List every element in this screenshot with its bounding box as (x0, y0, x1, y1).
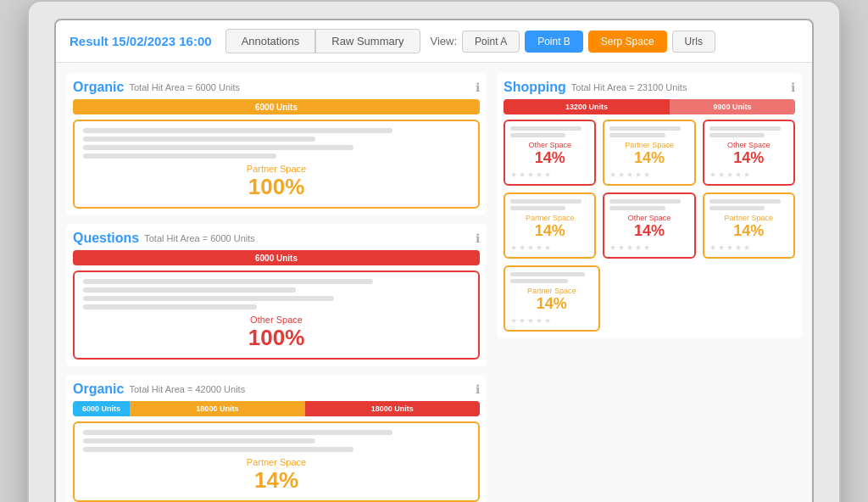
line (83, 137, 315, 142)
shop-card-2-percent: 14% (609, 149, 688, 167)
organic1-info-icon: ℹ (476, 81, 480, 94)
view-serp-space[interactable]: Serp Space (588, 31, 667, 53)
line (83, 279, 373, 284)
organic2-info-icon: ℹ (476, 382, 480, 396)
organic1-subtitle: Total Hit Area = 6000 Units (129, 82, 240, 92)
line (709, 126, 781, 131)
right-column: Shopping Total Hit Area = 23100 Units ℹ … (497, 73, 802, 502)
organic2-card-lines (83, 430, 470, 452)
shop-card-4-lines (510, 199, 589, 210)
header: Result 15/02/2023 16:00 Annotations Raw … (56, 20, 812, 63)
line (609, 126, 681, 131)
main-content: Organic Total Hit Area = 6000 Units ℹ 60… (56, 63, 812, 502)
line (709, 133, 765, 137)
shop-card-4-percent: 14% (510, 222, 589, 240)
organic1-card-label: Partner Space (83, 164, 470, 174)
organic-section-2: Organic Total Hit Area = 42000 Units ℹ 6… (66, 375, 487, 502)
line (510, 206, 565, 210)
shop-card-6-label: Partner Space (709, 214, 788, 222)
line (83, 153, 276, 159)
line (83, 287, 296, 293)
line (510, 272, 585, 276)
shop-card-6: Partner Space 14% ★ ★ ★ ★ ★ (703, 192, 795, 259)
shopping-bar-seg2: 9900 Units (670, 99, 795, 114)
shop-bottom-label: Partner Space (510, 287, 593, 295)
shop-card-6-stars: ★ ★ ★ ★ ★ (709, 243, 788, 252)
questions-info-icon: ℹ (476, 231, 480, 245)
organic2-subtitle: Total Hit Area = 42000 Units (129, 384, 245, 394)
line (510, 126, 581, 131)
line (609, 133, 665, 137)
shop-card-2-stars: ★ ★ ★ ★ ★ (609, 170, 688, 179)
line (83, 430, 392, 435)
view-group: View: Point A Point B Serp Space Urls (431, 31, 715, 53)
shopping-bottom-single: Partner Space 14% ★ ★ ★ ★ ★ (504, 265, 600, 332)
organic2-title: Organic (73, 382, 124, 397)
line (609, 199, 681, 204)
line (83, 447, 353, 452)
shop-card-5-label: Other Space (609, 214, 688, 222)
shop-card-5: Other Space 14% ★ ★ ★ ★ ★ (603, 192, 695, 259)
view-point-a[interactable]: Point A (462, 31, 520, 53)
line (609, 206, 665, 210)
shop-card-bottom: Partner Space 14% ★ ★ ★ ★ ★ (504, 265, 600, 332)
organic2-card-label: Partner Space (83, 457, 470, 467)
shopping-bar-seg1: 13200 Units (504, 99, 670, 114)
shop-card-3-stars: ★ ★ ★ ★ ★ (709, 170, 788, 179)
line (83, 304, 257, 310)
shop-bottom-percent: 14% (510, 295, 593, 313)
questions-section: Questions Total Hit Area = 6000 Units ℹ … (66, 224, 487, 366)
organic2-bar-seg2: 18000 Units (130, 401, 304, 416)
line (510, 133, 565, 137)
tab-raw-summary[interactable]: Raw Summary (315, 29, 420, 53)
line (83, 128, 392, 133)
questions-bar: 6000 Units (73, 250, 480, 265)
organic2-bar: 6000 Units 18000 Units 18000 Units (73, 401, 480, 416)
organic2-card-percent: 14% (83, 467, 470, 494)
shop-card-3-label: Other Space (709, 141, 788, 149)
shop-card-4-label: Partner Space (510, 214, 589, 222)
shopping-bar: 13200 Units 9900 Units (504, 99, 795, 114)
shop-card-1-percent: 14% (510, 149, 589, 167)
shop-card-2-lines (609, 126, 688, 137)
questions-card-lines (83, 279, 470, 310)
shopping-info-icon: ℹ (791, 81, 795, 94)
shopping-section: Shopping Total Hit Area = 23100 Units ℹ … (497, 73, 802, 338)
organic1-title: Organic (73, 80, 124, 95)
shop-card-3: Other Space 14% ★ ★ ★ ★ ★ (703, 120, 795, 186)
organic2-bar-seg3: 18000 Units (305, 401, 480, 416)
shop-card-1-stars: ★ ★ ★ ★ ★ (510, 170, 589, 179)
organic1-bar-segment: 6000 Units (73, 99, 480, 114)
organic2-header: Organic Total Hit Area = 42000 Units ℹ (73, 382, 480, 397)
organic1-card-percent: 100% (83, 174, 470, 200)
questions-card-percent: 100% (83, 325, 470, 351)
view-urls[interactable]: Urls (672, 31, 715, 53)
shop-card-5-lines (609, 199, 688, 210)
organic2-card: Partner Space 14% (73, 421, 480, 502)
shop-card-3-lines (709, 126, 788, 137)
organic1-bar: 6000 Units (73, 99, 480, 114)
shopping-grid-row2: Partner Space 14% ★ ★ ★ ★ ★ (504, 192, 795, 259)
screen: Result 15/02/2023 16:00 Annotations Raw … (54, 19, 814, 502)
shop-card-2-label: Partner Space (609, 141, 688, 149)
questions-title: Questions (73, 231, 139, 246)
shop-card-4: Partner Space 14% ★ ★ ★ ★ ★ (504, 192, 596, 259)
tab-annotations[interactable]: Annotations (225, 29, 316, 53)
shop-bottom-lines (510, 272, 593, 283)
result-title: Result 15/02/2023 16:00 (70, 34, 212, 48)
line (510, 199, 581, 204)
shop-card-1-lines (510, 126, 589, 137)
shop-card-4-stars: ★ ★ ★ ★ ★ (510, 243, 589, 252)
line (709, 206, 765, 210)
shop-card-6-percent: 14% (709, 222, 788, 240)
shop-card-1-label: Other Space (510, 141, 589, 149)
questions-card: Other Space 100% (73, 271, 480, 360)
questions-subtitle: Total Hit Area = 6000 Units (144, 233, 255, 243)
view-label: View: (431, 35, 458, 47)
laptop-shell: Result 15/02/2023 16:00 Annotations Raw … (27, 0, 841, 502)
shopping-subtitle: Total Hit Area = 23100 Units (571, 82, 687, 92)
organic1-card: Partner Space 100% (73, 120, 480, 209)
shop-card-2: Partner Space 14% ★ ★ ★ ★ ★ (603, 120, 695, 186)
view-point-b[interactable]: Point B (525, 31, 583, 53)
questions-header: Questions Total Hit Area = 6000 Units ℹ (73, 231, 480, 246)
